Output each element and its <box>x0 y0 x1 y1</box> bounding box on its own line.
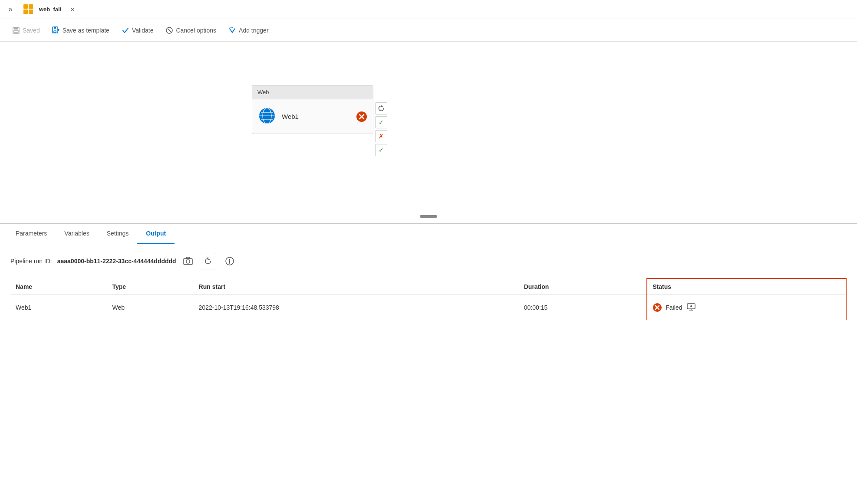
info-button[interactable] <box>221 253 238 269</box>
pipeline-node-web[interactable]: Web Web1 <box>252 85 373 134</box>
validate-icon <box>122 26 129 34</box>
svg-rect-2 <box>23 10 28 14</box>
col-header-type: Type <box>107 278 193 295</box>
node-action-refresh[interactable] <box>375 102 387 115</box>
node-action-check-1[interactable]: ✓ <box>375 116 387 128</box>
saved-label: Saved <box>23 27 40 34</box>
node-error-button[interactable] <box>356 111 368 123</box>
pipeline-run-id: aaaa0000-bb11-2222-33cc-444444dddddd <box>57 258 176 265</box>
node-body: Web1 <box>252 99 373 134</box>
cancel-icon <box>165 26 173 34</box>
tab-bar: » web_fail ✕ <box>0 0 857 19</box>
svg-rect-25 <box>186 257 190 259</box>
tab-title: web_fail <box>37 6 65 13</box>
tab-output[interactable]: Output <box>137 224 175 244</box>
bottom-tabs: Parameters Variables Settings Output <box>0 224 857 244</box>
status-alert-button[interactable] <box>686 301 697 314</box>
col-header-status: Status <box>647 278 846 295</box>
node-header: Web <box>252 85 373 99</box>
cancel-options-label: Cancel options <box>176 27 216 34</box>
svg-rect-9 <box>54 31 56 33</box>
cell-duration: 00:00:15 <box>519 295 647 320</box>
app-logo: web_fail ✕ <box>17 3 83 16</box>
tab-variables[interactable]: Variables <box>56 224 98 244</box>
validate-button[interactable]: Validate <box>116 24 159 37</box>
x-icon: ✗ <box>379 133 384 140</box>
pipeline-run-row: Pipeline run ID: aaaa0000-bb11-2222-33cc… <box>10 253 847 269</box>
svg-rect-23 <box>184 259 192 265</box>
save-template-label: Save as template <box>63 27 109 34</box>
adf-logo-icon <box>23 3 35 16</box>
node-action-x[interactable]: ✗ <box>375 130 387 142</box>
node-action-check-2[interactable]: ✓ <box>375 144 387 156</box>
cancel-options-button[interactable]: Cancel options <box>160 24 221 37</box>
add-trigger-icon <box>228 26 236 34</box>
nav-chevron[interactable]: » <box>3 3 17 16</box>
refresh-run-icon <box>204 257 212 265</box>
svg-rect-6 <box>14 30 18 33</box>
status-alert-icon <box>686 302 696 311</box>
collapse-handle[interactable] <box>420 215 437 218</box>
check-icon-1: ✓ <box>379 119 384 126</box>
cell-status: Failed <box>647 295 846 320</box>
output-table: Name Type Run start Duration Status Web1… <box>10 278 847 320</box>
pipeline-run-label: Pipeline run ID: <box>10 258 52 265</box>
cell-type: Web <box>107 295 193 320</box>
validate-label: Validate <box>132 27 154 34</box>
save-template-icon <box>52 26 60 34</box>
save-icon <box>12 26 20 34</box>
svg-rect-0 <box>23 4 28 9</box>
pipeline-node-wrapper: Web Web1 <box>252 85 387 156</box>
check-icon-2: ✓ <box>379 147 384 154</box>
svg-rect-5 <box>14 27 18 29</box>
tab-close-button[interactable]: ✕ <box>67 5 78 14</box>
status-error-icon <box>653 303 662 312</box>
cell-run-start: 2022-10-13T19:16:48.533798 <box>194 295 519 320</box>
cell-name: Web1 <box>10 295 107 320</box>
save-as-template-button[interactable]: Save as template <box>47 24 115 37</box>
info-icon <box>225 257 234 265</box>
globe-icon <box>257 106 277 127</box>
refresh-icon <box>378 105 385 112</box>
svg-line-13 <box>168 29 171 32</box>
table-row: Web1 Web 2022-10-13T19:16:48.533798 00:0… <box>10 295 846 320</box>
col-header-name: Name <box>10 278 107 295</box>
add-trigger-button[interactable]: Add trigger <box>223 24 274 37</box>
svg-rect-3 <box>29 10 33 14</box>
pipeline-canvas[interactable]: Web Web1 <box>0 42 857 224</box>
node-name: Web1 <box>282 113 350 120</box>
refresh-run-button[interactable] <box>200 253 216 269</box>
tab-settings[interactable]: Settings <box>98 224 138 244</box>
node-error-icon <box>356 111 367 122</box>
tab-parameters[interactable]: Parameters <box>7 224 56 244</box>
add-trigger-label: Add trigger <box>239 27 268 34</box>
svg-point-28 <box>229 259 230 260</box>
col-header-run-start: Run start <box>194 278 519 295</box>
svg-rect-1 <box>29 4 33 9</box>
toolbar: Saved Save as template Validate Cancel o… <box>0 19 857 42</box>
svg-rect-8 <box>54 27 56 29</box>
saved-button[interactable]: Saved <box>7 24 45 37</box>
svg-point-24 <box>186 260 190 263</box>
node-side-actions: ✓ ✗ ✓ <box>375 102 387 156</box>
output-panel: Pipeline run ID: aaaa0000-bb11-2222-33cc… <box>0 244 857 329</box>
col-header-duration: Duration <box>519 278 647 295</box>
copy-run-id-button[interactable] <box>181 255 194 268</box>
camera-icon <box>183 256 193 266</box>
status-text: Failed <box>666 304 682 311</box>
